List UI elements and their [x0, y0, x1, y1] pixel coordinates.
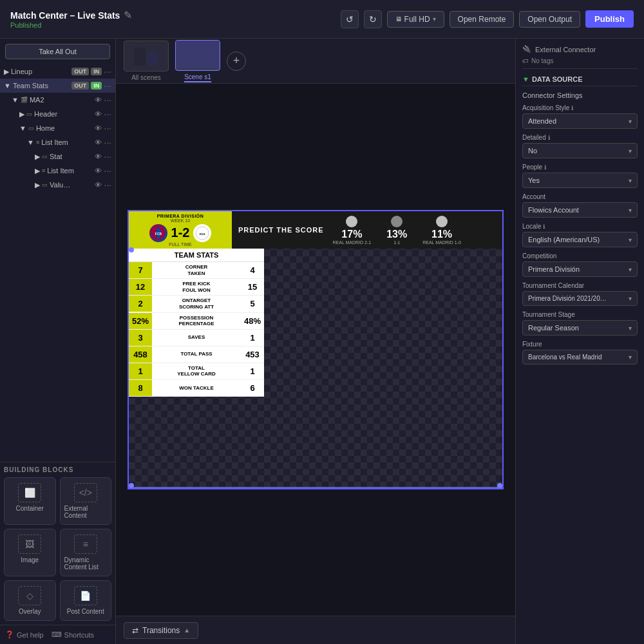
stat-label-corner: CORNERTAKEN: [152, 262, 241, 278]
eye-icon-stat[interactable]: 👁: [95, 153, 102, 160]
tree-item-header[interactable]: ▶ ▭ Header 👁 ···: [0, 107, 115, 121]
blocks-grid: ⬜ Container </> External Content 🖼 Image…: [4, 477, 111, 621]
tree-item-value[interactable]: ▶ ▭ Valu… 👁 ···: [0, 178, 115, 192]
add-scene-button[interactable]: +: [227, 52, 246, 71]
stats-row-wontackle: 8 WON TACKLE 6: [129, 380, 264, 397]
stats-row-freekick: 12 FREE KICKFOUL WON 15: [129, 279, 264, 296]
stat-label-freekick: FREE KICKFOUL WON: [152, 279, 241, 295]
top-bar-title-area: Match Center – Live Stats ✎ Published: [10, 9, 333, 29]
score-left: PRIMERA DIVISIÓN WEEK 10 FCB 1-2 RMA: [129, 211, 232, 249]
top-bar-actions: ↺ ↻ 🖥 Full HD ▾ Open Remote Open Output …: [341, 10, 634, 28]
locale-label: Locale ℹ: [522, 223, 638, 230]
stat-away-wontackle: 6: [241, 380, 264, 396]
post-content-icon: 📄: [74, 586, 97, 605]
external-content-icon: </>: [74, 483, 97, 502]
fixture-select[interactable]: Barcelona vs Real Madrid ▾: [522, 350, 638, 365]
selection-handle-tl[interactable]: [129, 247, 134, 252]
tournament-stage-select[interactable]: Regular Season ▾: [522, 320, 638, 336]
block-external-content[interactable]: </> External Content: [60, 477, 112, 525]
publish-button[interactable]: Publish: [585, 10, 634, 28]
stat-home-yellowcard: 1: [129, 363, 152, 379]
redo-button[interactable]: ↻: [364, 10, 382, 28]
open-remote-button[interactable]: Open Remote: [450, 11, 515, 28]
edit-icon[interactable]: ✎: [124, 9, 132, 21]
canvas-wrapper: PRIMERA DIVISIÓN WEEK 10 FCB 1-2 RMA: [128, 210, 504, 489]
project-title: Match Center – Live Stats: [10, 10, 120, 21]
stat-label-yellowcard: TOTALYELLOW CARD: [152, 363, 241, 379]
eye-icon-home[interactable]: 👁: [95, 124, 102, 132]
account-label: Account: [522, 193, 638, 200]
predict-item-2: 13% 1-1: [386, 216, 407, 245]
stats-table: TEAM STATS 7 CORNERTAKEN 4 12 FREE KICKF…: [129, 249, 264, 397]
open-output-button[interactable]: Open Output: [519, 11, 580, 28]
connector-icon: 🔌: [522, 45, 531, 53]
eye-icon-header[interactable]: 👁: [95, 110, 102, 118]
tree-item-list-item-1[interactable]: ▼ ≡ List Item 👁 ···: [0, 135, 115, 149]
stat-home-wontackle: 8: [129, 380, 152, 396]
people-select[interactable]: Yes ▾: [522, 173, 638, 188]
stat-label-totalpass: TOTAL PASS: [152, 349, 241, 359]
block-post-content[interactable]: 📄 Post Content: [60, 580, 112, 621]
stat-home-possession: 52%: [129, 313, 152, 329]
svg-text:RMA: RMA: [200, 232, 205, 236]
all-scenes-thumb[interactable]: [124, 41, 169, 71]
locale-select[interactable]: English (American/US) ▾: [522, 232, 638, 247]
stat-home-freekick: 12: [129, 279, 152, 295]
undo-button[interactable]: ↺: [341, 10, 359, 28]
block-container[interactable]: ⬜ Container: [4, 477, 56, 525]
canvas-background: PRIMERA DIVISIÓN WEEK 10 FCB 1-2 RMA: [129, 211, 502, 488]
league-name: PRIMERA DIVISIÓN: [157, 214, 204, 218]
eye-icon-ma2[interactable]: 👁: [95, 96, 102, 104]
svg-text:FCB: FCB: [155, 232, 162, 236]
triangle-icon: ▼: [522, 75, 529, 83]
help-bar: ❓ Get help ⌨ Shortcuts: [0, 625, 115, 644]
transitions-button[interactable]: ⇄ Transitions ▲: [124, 622, 198, 639]
acquisition-style-select[interactable]: Attended ▾: [522, 113, 638, 129]
eye-icon-list1[interactable]: 👁: [95, 138, 102, 146]
week-label: WEEK 10: [171, 218, 190, 223]
scene1-label: Scene s1: [184, 73, 211, 82]
predict-section: PREDICT THE SCORE 17% REAL MADRID 2-1 13…: [232, 211, 502, 249]
resolution-button[interactable]: 🖥 Full HD ▾: [387, 11, 444, 28]
scenes-bar: All scenes Scene s1 +: [116, 39, 515, 84]
transitions-label: Transitions: [142, 626, 180, 635]
dynamic-list-icon: ≡: [74, 535, 97, 554]
eye-icon-list2[interactable]: 👁: [95, 167, 102, 175]
score-row: FCB 1-2 RMA: [149, 224, 212, 242]
tournament-calendar-select[interactable]: Primera División 2021/20… ▾: [522, 291, 638, 306]
block-overlay[interactable]: ◇ Overlay: [4, 580, 56, 621]
stat-away-ontarget: 5: [241, 296, 264, 312]
block-image[interactable]: 🖼 Image: [4, 529, 56, 576]
tree-item-ma2[interactable]: ▼ 🎬 MA2 👁 ···: [0, 93, 115, 107]
data-source-label: DATA SOURCE: [532, 75, 583, 83]
competition-label: Competition: [522, 252, 638, 260]
tree-item-list-item-2[interactable]: ▶ ≡ List Item 👁 ···: [0, 164, 115, 178]
stats-row-totalpass: 458 TOTAL PASS 453: [129, 346, 264, 363]
fixture-label: Fixture: [522, 341, 638, 348]
eye-icon-value[interactable]: 👁: [95, 181, 102, 189]
tree-item-team-stats[interactable]: ▼ Team Stats OUT IN ···: [0, 79, 115, 93]
away-team-logo: RMA: [193, 224, 211, 242]
stat-away-freekick: 15: [241, 279, 264, 295]
scene-tree: ▶ Lineup OUT IN ··· ▼ Team Stats OUT IN …: [0, 64, 115, 462]
stats-row-corner: 7 CORNERTAKEN 4: [129, 262, 264, 279]
stats-row-saves: 3 SAVES 1: [129, 330, 264, 346]
building-blocks-title: BUILDING BLOCKS: [4, 466, 111, 473]
competition-select[interactable]: Primera División ▾: [522, 261, 638, 277]
get-help-button[interactable]: ❓ Get help: [5, 630, 44, 639]
detailed-select[interactable]: No ▾: [522, 143, 638, 158]
tree-item-home[interactable]: ▼ ▭ Home 👁 ···: [0, 121, 115, 135]
main-layout: Take All Out ▶ Lineup OUT IN ··· ▼ Team …: [0, 39, 644, 644]
score-display: 1-2: [171, 225, 190, 240]
take-all-out-button[interactable]: Take All Out: [5, 44, 110, 59]
tree-item-stat[interactable]: ▶ ▭ Stat 👁 ···: [0, 149, 115, 164]
account-select[interactable]: Flowics Account ▾: [522, 202, 638, 218]
block-dynamic-list[interactable]: ≡ Dynamic Content List: [60, 529, 112, 576]
shortcuts-button[interactable]: ⌨ Shortcuts: [52, 630, 94, 639]
predict-item-1: 17% REAL MADRID 2-1: [333, 216, 372, 245]
predict-label: PREDICT THE SCORE: [238, 226, 324, 234]
scene1-thumb[interactable]: [175, 40, 220, 71]
people-label: People ℹ: [522, 164, 638, 171]
stat-home-corner: 7: [129, 262, 152, 278]
tree-item-lineup[interactable]: ▶ Lineup OUT IN ···: [0, 64, 115, 79]
